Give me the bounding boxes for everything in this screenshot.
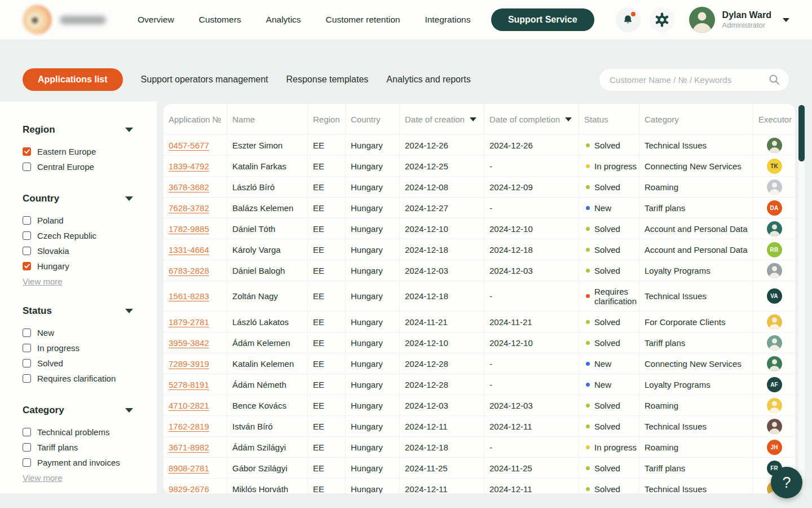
table-row[interactable]: 9829-2676 Miklós Horváth EE Hungary 2024… <box>164 478 795 493</box>
cell-category: Account and Personal Data <box>639 239 753 260</box>
tab-analytics-and-reports[interactable]: Analytics and reports <box>386 75 470 85</box>
table-row[interactable]: 1561-8283 Zoltán Nagy EE Hungary 2024-12… <box>164 281 795 311</box>
application-link[interactable]: 6783-2828 <box>169 266 209 275</box>
nav-item-overview[interactable]: Overview <box>138 15 174 25</box>
table-row[interactable]: 3671-8982 Ádám Szilágyi EE Hungary 2024-… <box>164 436 795 457</box>
executor-avatar-initials[interactable]: VA <box>767 288 782 304</box>
executor-avatar-initials[interactable]: JH <box>767 440 782 455</box>
filter-option-hungary[interactable]: Hungary <box>23 259 157 274</box>
filter-option-new[interactable]: New <box>23 325 157 340</box>
application-link[interactable]: 1561-8283 <box>169 291 209 301</box>
sort-desc-icon[interactable] <box>565 117 572 121</box>
filter-option-requires-clarification[interactable]: Requires clarification <box>23 371 157 386</box>
application-link[interactable]: 9829-2676 <box>169 484 209 494</box>
column-header-date-of-completion[interactable]: Date of completion <box>484 104 579 134</box>
executor-avatar-photo[interactable] <box>767 314 782 330</box>
application-link[interactable]: 3959-3842 <box>169 338 209 348</box>
filter-option-slovakia[interactable]: Slovakia <box>23 243 157 259</box>
view-more-link[interactable]: View more <box>23 277 63 286</box>
cell-executor <box>753 395 795 415</box>
application-link[interactable]: 1762-2819 <box>169 422 209 431</box>
filter-option-technical-problems[interactable]: Technical problems <box>23 424 157 440</box>
table-row[interactable]: 5278-8191 Ádám Németh EE Hungary 2024-12… <box>164 374 795 395</box>
table-row[interactable]: 6783-2828 Dániel Balogh EE Hungary 2024-… <box>164 260 795 281</box>
table-scrollbar-thumb[interactable] <box>798 105 805 161</box>
help-button[interactable]: ? <box>771 467 802 498</box>
application-link[interactable]: 1331-4664 <box>169 245 209 255</box>
application-link[interactable]: 4710-2821 <box>169 401 209 410</box>
nav-item-integrations[interactable]: Integrations <box>425 15 470 25</box>
executor-avatar-photo[interactable] <box>767 221 782 237</box>
table-row[interactable]: 1762-2819 István Bíró EE Hungary 2024-12… <box>164 415 795 436</box>
search-icon[interactable] <box>769 74 780 85</box>
application-link[interactable]: 1839-4792 <box>169 161 209 171</box>
cell-date-of-completion: 2024-12-03 <box>484 260 579 281</box>
table-row[interactable]: 1879-2781 László Lakatos EE Hungary 2024… <box>164 311 795 332</box>
table-row[interactable]: 0457-5677 Eszter Simon EE Hungary 2024-1… <box>164 134 795 155</box>
filter-option-poland[interactable]: Poland <box>23 213 157 228</box>
executor-avatar-photo[interactable] <box>767 419 782 434</box>
sort-desc-icon[interactable] <box>470 117 476 121</box>
filter-option-czech-republic[interactable]: Czech Republic <box>23 228 157 243</box>
table-row[interactable]: 3959-3842 Ádám Kelemen EE Hungary 2024-1… <box>164 332 795 353</box>
nav-item-analytics[interactable]: Analytics <box>266 15 301 25</box>
nav-item-customers[interactable]: Customers <box>199 15 241 25</box>
cell-name: Ádám Szilágyi <box>227 437 308 457</box>
brand-logo[interactable] <box>23 5 106 34</box>
filter-option-in-progress[interactable]: In progress <box>23 340 157 356</box>
executor-avatar-initials[interactable]: TK <box>767 159 782 174</box>
executor-avatar-photo[interactable] <box>767 398 782 413</box>
user-menu[interactable]: Dylan Ward Administrator <box>722 10 771 30</box>
search-input[interactable] <box>610 75 769 85</box>
application-link[interactable]: 8908-2781 <box>169 463 209 473</box>
filter-option-eastern-europe[interactable]: Eastern Europe <box>23 144 157 159</box>
application-link[interactable]: 1782-9885 <box>169 224 209 234</box>
table-row[interactable]: 7289-3919 Katalin Kelemen EE Hungary 202… <box>164 353 795 374</box>
executor-avatar-photo[interactable] <box>767 356 782 371</box>
column-label: Date of creation <box>405 115 465 124</box>
application-link[interactable]: 3671-8982 <box>169 443 209 452</box>
filter-section-header-category[interactable]: Category <box>23 405 133 416</box>
tab-response-templates[interactable]: Response templates <box>286 75 369 85</box>
table-row[interactable]: 1839-4792 Katalin Farkas EE Hungary 2024… <box>164 155 795 176</box>
tab-applications-list[interactable]: Applications list <box>23 68 123 91</box>
nav-item-customer-retention[interactable]: Customer retention <box>326 15 400 25</box>
cell-application-number: 8908-2781 <box>164 458 227 478</box>
notifications-button[interactable] <box>616 7 641 32</box>
filter-option-tariff-plans[interactable]: Tariff plans <box>23 440 157 455</box>
filter-section-header-region[interactable]: Region <box>23 124 133 135</box>
executor-avatar-photo[interactable] <box>767 179 782 195</box>
executor-avatar-photo[interactable] <box>767 335 782 351</box>
status-label: Solved <box>594 141 620 150</box>
table-row[interactable]: 1331-4664 Károly Varga EE Hungary 2024-1… <box>164 239 795 260</box>
table-row[interactable]: 8908-2781 Gábor Szilágyi EE Hungary 2024… <box>164 457 795 478</box>
application-link[interactable]: 3678-3682 <box>169 182 209 192</box>
executor-avatar-initials[interactable]: DA <box>767 200 782 216</box>
filter-option-payment-and-invoices[interactable]: Payment and invoices <box>23 455 157 470</box>
table-row[interactable]: 3678-3682 László Bíró EE Hungary 2024-12… <box>164 176 795 197</box>
settings-button[interactable] <box>650 7 674 32</box>
filter-option-central-europe[interactable]: Central Europe <box>23 159 157 174</box>
user-menu-chevron-icon[interactable] <box>783 18 789 22</box>
executor-avatar-initials[interactable]: RB <box>767 242 782 257</box>
tab-support-operators-management[interactable]: Support operators management <box>141 75 268 85</box>
filter-section-header-status[interactable]: Status <box>23 305 133 317</box>
table-row[interactable]: 4710-2821 Bence Kovács EE Hungary 2024-1… <box>164 395 795 415</box>
column-header-date-of-creation[interactable]: Date of creation <box>400 104 484 134</box>
executor-avatar-initials[interactable]: AF <box>767 377 782 392</box>
application-link[interactable]: 0457-5677 <box>169 141 209 150</box>
filter-option-label: Solved <box>37 358 63 368</box>
application-link[interactable]: 5278-8191 <box>169 380 209 389</box>
filter-option-solved[interactable]: Solved <box>23 356 157 371</box>
application-link[interactable]: 7628-3782 <box>169 203 209 213</box>
user-avatar[interactable] <box>689 7 715 33</box>
application-link[interactable]: 7289-3919 <box>169 359 209 369</box>
executor-avatar-photo[interactable] <box>767 263 782 278</box>
table-row[interactable]: 7628-3782 Balázs Kelemen EE Hungary 2024… <box>164 197 795 218</box>
view-more-link[interactable]: View more <box>23 473 63 483</box>
executor-avatar-photo[interactable] <box>767 138 782 153</box>
table-row[interactable]: 1782-9885 Dániel Tóth EE Hungary 2024-12… <box>164 218 795 239</box>
support-service-button[interactable]: Support Service <box>491 8 594 31</box>
application-link[interactable]: 1879-2781 <box>169 317 209 327</box>
filter-section-header-country[interactable]: Country <box>23 193 133 204</box>
